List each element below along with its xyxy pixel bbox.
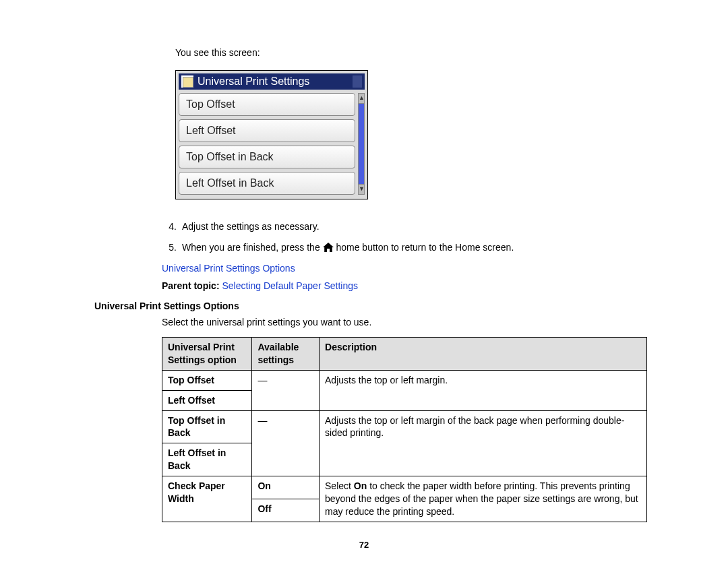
page-number: 72: [0, 540, 728, 550]
step-text-before: When you are finished, press the: [182, 242, 323, 253]
title-bar-end: [353, 75, 362, 88]
universal-print-settings-options-link[interactable]: Universal Print Settings Options: [162, 263, 295, 274]
settings-icon: [181, 75, 193, 88]
scroll-down-icon[interactable]: ▼: [358, 184, 365, 195]
step-text: Adjust the settings as necessary.: [182, 220, 661, 234]
cell-available: —: [252, 370, 320, 410]
cell-option: Left Offset in Back: [162, 443, 252, 476]
cell-option: Top Offset: [162, 370, 252, 390]
table-row: Check Paper Width On Select On to check …: [162, 476, 647, 499]
parent-topic-label: Parent topic:: [162, 280, 222, 291]
menu-item-top-offset-back[interactable]: Top Offset in Back: [179, 146, 355, 168]
section-heading: Universal Print Settings Options: [94, 301, 661, 311]
device-screenshot: Universal Print Settings Top Offset Left…: [175, 70, 368, 199]
step-number: 4.: [162, 220, 177, 234]
cell-option: Left Offset: [162, 390, 252, 410]
cell-option: Check Paper Width: [162, 476, 252, 522]
desc-after: to check the paper width before printing…: [325, 480, 638, 517]
col-option: Universal Print Settings option: [162, 338, 252, 371]
table-row: Top Offset — Adjusts the top or left mar…: [162, 370, 647, 390]
desc-before: Select: [325, 480, 354, 491]
scrollbar[interactable]: ▲ ▼: [358, 93, 365, 195]
link-row: Universal Print Settings Options: [162, 263, 661, 274]
cell-option: Top Offset in Back: [162, 410, 252, 443]
cell-description: Select On to check the paper width befor…: [320, 476, 647, 522]
step-text: When you are finished, press the home bu…: [182, 241, 661, 256]
step-text-after: home button to return to the Home screen…: [336, 242, 514, 253]
col-available: Available settings: [252, 338, 320, 371]
parent-topic: Parent topic: Selecting Default Paper Se…: [162, 280, 661, 291]
menu-item-top-offset[interactable]: Top Offset: [179, 93, 355, 116]
desc-bold: On: [354, 480, 367, 491]
table-header-row: Universal Print Settings option Availabl…: [162, 338, 647, 371]
scroll-up-icon[interactable]: ▲: [358, 93, 365, 104]
col-description: Description: [320, 338, 647, 371]
document-page: You see this screen: Universal Print Set…: [0, 0, 728, 562]
menu-item-left-offset-back[interactable]: Left Offset in Back: [179, 172, 355, 195]
device-title-bar: Universal Print Settings: [179, 73, 365, 90]
settings-table: Universal Print Settings option Availabl…: [162, 337, 647, 522]
cell-available: Off: [252, 499, 320, 522]
menu-item-left-offset[interactable]: Left Offset: [179, 119, 355, 142]
step-5: 5. When you are finished, press the home…: [162, 241, 661, 256]
device-menu: Top Offset Left Offset Top Offset in Bac…: [179, 93, 365, 195]
section-intro: Select the universal print settings you …: [162, 317, 661, 327]
step-number: 5.: [162, 241, 177, 256]
cell-description: Adjusts the top or left margin.: [320, 370, 647, 410]
home-icon: [323, 242, 334, 256]
cell-available: —: [252, 410, 320, 476]
step-4: 4. Adjust the settings as necessary.: [162, 220, 661, 234]
device-title-text: Universal Print Settings: [198, 75, 353, 88]
parent-topic-link[interactable]: Selecting Default Paper Settings: [222, 280, 358, 291]
scroll-track[interactable]: [358, 104, 365, 184]
device-menu-list: Top Offset Left Offset Top Offset in Bac…: [179, 93, 355, 195]
cell-available: On: [252, 476, 320, 499]
table-row: Top Offset in Back — Adjusts the top or …: [162, 410, 647, 443]
intro-text: You see this screen:: [175, 47, 661, 58]
cell-description: Adjusts the top or left margin of the ba…: [320, 410, 647, 476]
